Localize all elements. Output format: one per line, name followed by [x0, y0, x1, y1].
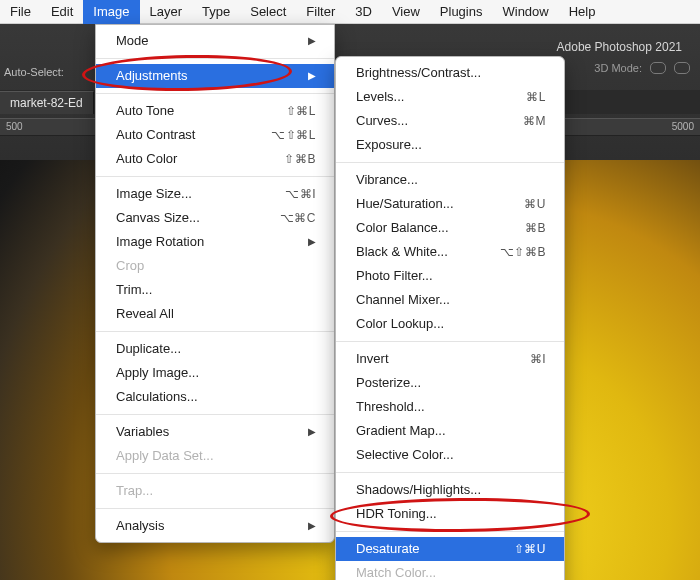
- image_menu-item-mode[interactable]: Mode▶: [96, 29, 334, 53]
- orbit-icon[interactable]: [650, 62, 666, 74]
- adjustments_menu-separator: [336, 162, 564, 163]
- menu-item-label: Auto Color: [116, 150, 177, 168]
- image_menu-item-auto-contrast[interactable]: Auto Contrast⌥⇧⌘L: [96, 123, 334, 147]
- menu-file[interactable]: File: [0, 0, 41, 24]
- menu-item-shortcut: ⇧⌘L: [286, 102, 316, 120]
- adjustments_menu-item-brightness-contrast[interactable]: Brightness/Contrast...: [336, 61, 564, 85]
- menu-item-label: Photo Filter...: [356, 267, 433, 285]
- adjustments_menu-item-threshold[interactable]: Threshold...: [336, 395, 564, 419]
- adjustments_menu-item-photo-filter[interactable]: Photo Filter...: [336, 264, 564, 288]
- image_menu-item-reveal-all[interactable]: Reveal All: [96, 302, 334, 326]
- adjustments_menu-item-selective-color[interactable]: Selective Color...: [336, 443, 564, 467]
- image_menu-item-variables[interactable]: Variables▶: [96, 420, 334, 444]
- menu-item-shortcut: ⌥⌘I: [285, 185, 316, 203]
- adjustments_menu-item-black-white[interactable]: Black & White...⌥⇧⌘B: [336, 240, 564, 264]
- image_menu-item-auto-tone[interactable]: Auto Tone⇧⌘L: [96, 99, 334, 123]
- menu-image[interactable]: Image: [83, 0, 139, 24]
- menu-type[interactable]: Type: [192, 0, 240, 24]
- submenu-arrow-icon: ▶: [308, 233, 316, 251]
- menu-item-label: Trim...: [116, 281, 152, 299]
- menu-item-label: Desaturate: [356, 540, 420, 558]
- menu-edit[interactable]: Edit: [41, 0, 83, 24]
- menu-item-label: Invert: [356, 350, 389, 368]
- image_menu-item-trim[interactable]: Trim...: [96, 278, 334, 302]
- menu-item-label: Shadows/Highlights...: [356, 481, 481, 499]
- menu-view[interactable]: View: [382, 0, 430, 24]
- adjustments_menu-item-invert[interactable]: Invert⌘I: [336, 347, 564, 371]
- image_menu-separator: [96, 331, 334, 332]
- menu-item-label: Calculations...: [116, 388, 198, 406]
- image_menu-separator: [96, 58, 334, 59]
- adjustments_menu-item-posterize[interactable]: Posterize...: [336, 371, 564, 395]
- adjustments_menu-item-shadows-highlights[interactable]: Shadows/Highlights...: [336, 478, 564, 502]
- menu-item-label: Match Color...: [356, 564, 436, 580]
- menu-item-label: Apply Image...: [116, 364, 199, 382]
- menu-item-label: Reveal All: [116, 305, 174, 323]
- adjustments_menu-item-gradient-map[interactable]: Gradient Map...: [336, 419, 564, 443]
- menu-item-shortcut: ⌥⇧⌘B: [500, 243, 546, 261]
- menu-filter[interactable]: Filter: [296, 0, 345, 24]
- menu-item-label: Vibrance...: [356, 171, 418, 189]
- adjustments_menu-item-channel-mixer[interactable]: Channel Mixer...: [336, 288, 564, 312]
- submenu-arrow-icon: ▶: [308, 517, 316, 535]
- auto-select-label: Auto-Select:: [4, 66, 64, 78]
- menu-item-label: Image Size...: [116, 185, 192, 203]
- menu-item-label: Exposure...: [356, 136, 422, 154]
- app-name: Adobe Photoshop 2021: [557, 40, 682, 54]
- menu-item-shortcut: ⌘L: [526, 88, 546, 106]
- image_menu-item-image-rotation[interactable]: Image Rotation▶: [96, 230, 334, 254]
- image_menu-item-duplicate[interactable]: Duplicate...: [96, 337, 334, 361]
- menu-item-shortcut: ⇧⌘B: [284, 150, 316, 168]
- menu-layer[interactable]: Layer: [140, 0, 193, 24]
- menu-item-label: HDR Toning...: [356, 505, 437, 523]
- image_menu-separator: [96, 508, 334, 509]
- adjustments_menu-item-desaturate[interactable]: Desaturate⇧⌘U: [336, 537, 564, 561]
- menu-window[interactable]: Window: [492, 0, 558, 24]
- image_menu-item-adjustments[interactable]: Adjustments▶: [96, 64, 334, 88]
- menu-item-label: Trap...: [116, 482, 153, 500]
- adjustments_menu-item-curves[interactable]: Curves...⌘M: [336, 109, 564, 133]
- image_menu-item-analysis[interactable]: Analysis▶: [96, 514, 334, 538]
- menu-item-label: Color Balance...: [356, 219, 449, 237]
- image_menu-separator: [96, 93, 334, 94]
- menu-item-label: Auto Tone: [116, 102, 174, 120]
- adjustments_menu-item-hue-saturation[interactable]: Hue/Saturation...⌘U: [336, 192, 564, 216]
- menu-item-label: Threshold...: [356, 398, 425, 416]
- adjustments_menu-item-levels[interactable]: Levels...⌘L: [336, 85, 564, 109]
- menu-item-shortcut: ⇧⌘U: [514, 540, 546, 558]
- image_menu-item-crop: Crop: [96, 254, 334, 278]
- menu-select[interactable]: Select: [240, 0, 296, 24]
- menu-item-label: Adjustments: [116, 67, 188, 85]
- image_menu-separator: [96, 414, 334, 415]
- menu-item-label: Crop: [116, 257, 144, 275]
- adjustments_menu-item-color-lookup[interactable]: Color Lookup...: [336, 312, 564, 336]
- image_menu-item-canvas-size[interactable]: Canvas Size...⌥⌘C: [96, 206, 334, 230]
- image_menu-item-image-size[interactable]: Image Size...⌥⌘I: [96, 182, 334, 206]
- submenu-arrow-icon: ▶: [308, 423, 316, 441]
- menu-item-shortcut: ⌘M: [523, 112, 546, 130]
- image_menu-item-apply-image[interactable]: Apply Image...: [96, 361, 334, 385]
- adjustments_menu-item-vibrance[interactable]: Vibrance...: [336, 168, 564, 192]
- image_menu-separator: [96, 176, 334, 177]
- ruler-tick: 500: [6, 121, 23, 135]
- menu-item-label: Gradient Map...: [356, 422, 446, 440]
- adjustments_menu-separator: [336, 341, 564, 342]
- pan-icon[interactable]: [674, 62, 690, 74]
- adjustments_menu-item-hdr-toning[interactable]: HDR Toning...: [336, 502, 564, 526]
- menu-3d[interactable]: 3D: [345, 0, 382, 24]
- menu-item-shortcut: ⌥⌘C: [280, 209, 316, 227]
- menu-item-shortcut: ⌘U: [524, 195, 546, 213]
- menu-plugins[interactable]: Plugins: [430, 0, 493, 24]
- adjustments_menu-item-color-balance[interactable]: Color Balance...⌘B: [336, 216, 564, 240]
- menu-item-label: Channel Mixer...: [356, 291, 450, 309]
- image_menu-separator: [96, 473, 334, 474]
- image_menu-item-calculations[interactable]: Calculations...: [96, 385, 334, 409]
- menu-item-label: Analysis: [116, 517, 164, 535]
- menu-item-label: Variables: [116, 423, 169, 441]
- menu-help[interactable]: Help: [559, 0, 606, 24]
- document-tab[interactable]: market-82-Ed: [0, 91, 94, 114]
- image_menu-item-auto-color[interactable]: Auto Color⇧⌘B: [96, 147, 334, 171]
- adjustments_menu-item-exposure[interactable]: Exposure...: [336, 133, 564, 157]
- menu-item-shortcut: ⌥⇧⌘L: [271, 126, 316, 144]
- menu-item-label: Hue/Saturation...: [356, 195, 454, 213]
